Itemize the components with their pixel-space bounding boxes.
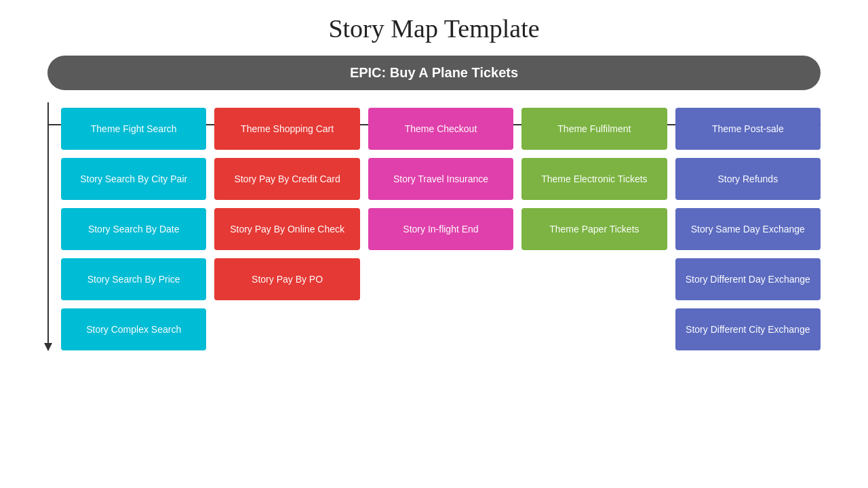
card-r1-c1: Story Pay By Credit Card xyxy=(214,158,359,200)
card-r2-c1: Story Pay By Online Check xyxy=(214,208,359,250)
card-r4-c3 xyxy=(521,308,667,350)
card-r4-c4: Story Different City Exchange xyxy=(675,308,821,350)
card-r0-c3: Theme Fulfilment xyxy=(521,108,667,150)
card-r1-c3: Theme Electronic Tickets xyxy=(521,158,667,200)
card-r3-c2 xyxy=(368,258,513,300)
card-r2-c4: Story Same Day Exchange xyxy=(675,208,821,250)
card-r3-c4: Story Different Day Exchange xyxy=(675,258,821,300)
card-r1-c4: Story Refunds xyxy=(675,158,821,200)
card-r3-c3 xyxy=(521,258,667,300)
card-r2-c3: Theme Paper Tickets xyxy=(521,208,667,250)
page-title: Story Map Template xyxy=(27,14,841,43)
card-r3-c0: Story Search By Price xyxy=(61,258,206,300)
card-r2-c0: Story Search By Date xyxy=(61,208,206,250)
story-grid: Theme Fight SearchTheme Shopping CartThe… xyxy=(47,102,821,350)
card-r4-c2 xyxy=(368,308,513,350)
card-r4-c0: Story Complex Search xyxy=(61,308,206,350)
card-r0-c4: Theme Post-sale xyxy=(675,108,821,150)
flow-area: Theme Fight SearchTheme Shopping CartThe… xyxy=(47,102,821,350)
card-r0-c0: Theme Fight Search xyxy=(61,108,206,150)
card-r1-c2: Story Travel Insurance xyxy=(368,158,513,200)
epic-bar: EPIC: Buy A Plane Tickets xyxy=(47,56,821,90)
page: Story Map Template EPIC: Buy A Plane Tic… xyxy=(0,0,868,488)
card-r0-c1: Theme Shopping Cart xyxy=(214,108,359,150)
card-r1-c0: Story Search By City Pair xyxy=(61,158,206,200)
card-r0-c2: Theme Checkout xyxy=(368,108,513,150)
epic-label: EPIC: Buy A Plane Tickets xyxy=(350,65,518,80)
card-r4-c1 xyxy=(214,308,359,350)
card-r2-c2: Story In-flight End xyxy=(368,208,513,250)
card-r3-c1: Story Pay By PO xyxy=(214,258,359,300)
